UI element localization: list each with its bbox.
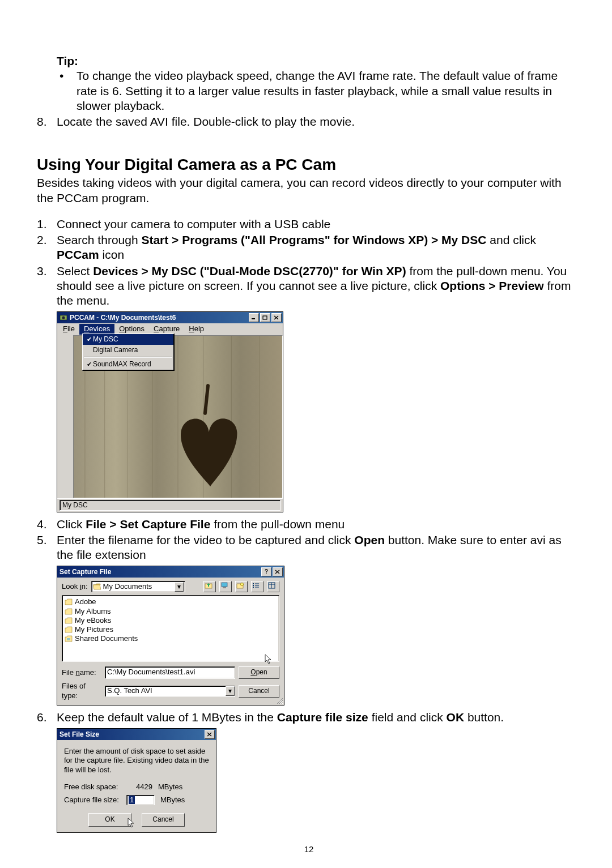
folder-name: Adobe (75, 597, 96, 606)
window-title: Set Capture File (60, 568, 111, 576)
svg-point-1 (62, 317, 65, 319)
resize-grip-icon[interactable] (275, 696, 283, 704)
bullet-dot: • (57, 69, 76, 113)
step-number: 5. (37, 533, 57, 563)
filesize-message: Enter the amount of disk space to set as… (64, 747, 209, 775)
filename-label: File name: (62, 668, 101, 677)
titlebar[interactable]: PCCAM - C:\My Documents\test6 (57, 312, 283, 323)
maximize-button[interactable] (260, 313, 270, 322)
svg-point-22 (241, 583, 244, 586)
text-bold: File > Set Capture File (86, 518, 210, 531)
step-5: 5. Enter the filename for the video to b… (37, 533, 581, 563)
svg-line-38 (282, 703, 283, 704)
titlebar[interactable]: Set Capture File ? (57, 566, 284, 578)
close-button[interactable] (273, 567, 283, 576)
step-4: 4. Click File > Set Capture File from th… (37, 517, 581, 532)
step-number: 3. (37, 264, 57, 309)
tip-label: Tip: (57, 54, 581, 69)
capturesize-label: Capture file size: (64, 796, 126, 805)
dropdown-arrow[interactable]: ▾ (226, 686, 235, 696)
dropdown-item-mydsc[interactable]: ✔ My DSC (83, 334, 173, 345)
dropdown-label: SoundMAX Record (93, 360, 151, 369)
svg-rect-24 (253, 585, 254, 586)
cancel-button[interactable]: Cancel (142, 813, 185, 827)
section-intro: Besides taking videos with your digital … (37, 176, 581, 206)
up-folder-button[interactable] (203, 581, 216, 592)
capturesize-input[interactable]: 1 (126, 795, 155, 805)
step-number: 2. (37, 233, 57, 263)
step-8: 8. Locate the saved AVI file. Double-cli… (37, 114, 581, 129)
text: button. (464, 711, 504, 724)
svg-rect-32 (67, 638, 70, 640)
list-item[interactable]: My Pictures (65, 625, 277, 634)
filename-input[interactable]: C:\My Documents\test1.avi (105, 666, 235, 679)
text: Keep the default value of 1 MBytes in th… (57, 711, 277, 724)
titlebar[interactable]: Set File Size (57, 729, 216, 740)
devices-dropdown[interactable]: ✔ My DSC Digital Camera ✔ SoundMAX Recor… (82, 333, 175, 371)
menu-capture[interactable]: Capture (149, 324, 184, 334)
step-number: 6. (37, 710, 57, 725)
checkmark-icon: ✔ (85, 336, 93, 344)
list-item[interactable]: Shared Documents (65, 634, 277, 643)
lookin-dropdown[interactable]: My Documents ▾ (91, 581, 185, 592)
menu-file[interactable]: File (58, 324, 79, 334)
help-button[interactable]: ? (261, 567, 271, 576)
menu-options[interactable]: Options (114, 324, 149, 334)
menu-help[interactable]: Help (184, 324, 209, 334)
list-view-button[interactable] (251, 581, 264, 592)
list-item[interactable]: My Albums (65, 607, 277, 616)
step-number: 8. (37, 114, 57, 129)
desktop-button[interactable] (219, 581, 232, 592)
dropdown-label: My DSC (93, 335, 118, 344)
file-list[interactable]: Adobe My Albums My eBooks My Pictures Sh… (62, 595, 279, 662)
step-2: 2. Search through Start > Programs ("All… (37, 233, 581, 263)
capturefile-dialog: Set Capture File ? Look in: My Documents… (57, 566, 284, 705)
list-item[interactable]: My eBooks (65, 616, 277, 625)
svg-rect-25 (253, 587, 254, 588)
folder-name: My eBooks (75, 616, 111, 625)
filetype-label: Files of type: (62, 682, 101, 700)
filename-value: C:\My Documents\test1.avi (107, 668, 195, 676)
text-bold: Start > Programs ("All Programs" for Win… (141, 233, 486, 246)
tip-bullet: • To change the video playback speed, ch… (57, 69, 581, 113)
details-view-button[interactable] (267, 581, 279, 592)
status-text: My DSC (62, 501, 88, 509)
ok-button[interactable]: OK (88, 813, 131, 827)
step-6: 6. Keep the default value of 1 MBytes in… (37, 710, 581, 725)
new-folder-button[interactable] (235, 581, 248, 592)
open-button[interactable]: Open (239, 666, 279, 679)
step-text: Keep the default value of 1 MBytes in th… (57, 710, 581, 725)
text-bold: PCCam (57, 248, 99, 261)
text: field and click (368, 711, 447, 724)
folder-icon (65, 635, 73, 642)
filesize-screenshot: Set File Size Enter the amount of disk s… (57, 728, 581, 833)
step-text: Enter the filename for the video to be c… (57, 533, 581, 563)
step-text: Click File > Set Capture File from the p… (57, 517, 581, 532)
text-bold: Devices > My DSC ("Dual-Mode DSC(2770)" … (93, 264, 406, 277)
close-button[interactable] (205, 730, 215, 739)
svg-rect-3 (263, 316, 267, 319)
pccam-window: PCCAM - C:\My Documents\test6 File Devic… (57, 311, 283, 512)
step-text: Locate the saved AVI file. Double-click … (57, 114, 581, 129)
freedisk-value: 4429 (126, 783, 152, 792)
document-page: Tip: • To change the video playback spee… (0, 0, 612, 855)
filesize-dialog: Set File Size Enter the amount of disk s… (57, 728, 216, 833)
filetype-dropdown[interactable]: S.Q. Tech AVI ▾ (105, 686, 235, 697)
minimize-button[interactable] (249, 313, 259, 322)
svg-rect-23 (253, 583, 254, 584)
menu-devices[interactable]: Devices (79, 324, 114, 334)
dropdown-arrow[interactable]: ▾ (175, 582, 184, 592)
list-item[interactable]: Adobe (65, 597, 277, 606)
step-3: 3. Select Devices > My DSC ("Dual-Mode D… (37, 264, 581, 309)
close-button[interactable] (271, 313, 282, 322)
text-bold: Capture file size (277, 711, 368, 724)
freedisk-label: Free disk space: (64, 783, 126, 792)
cancel-button[interactable]: Cancel (239, 685, 279, 698)
folder-icon (65, 608, 73, 615)
text-bold: Options > Preview (440, 279, 544, 292)
dropdown-item-digitalcamera[interactable]: Digital Camera (83, 345, 173, 356)
folder-icon (65, 617, 73, 624)
tip-text: To change the video playback speed, chan… (76, 69, 581, 113)
page-number: 12 (37, 844, 581, 855)
dropdown-item-soundmax[interactable]: ✔ SoundMAX Record (83, 359, 173, 370)
